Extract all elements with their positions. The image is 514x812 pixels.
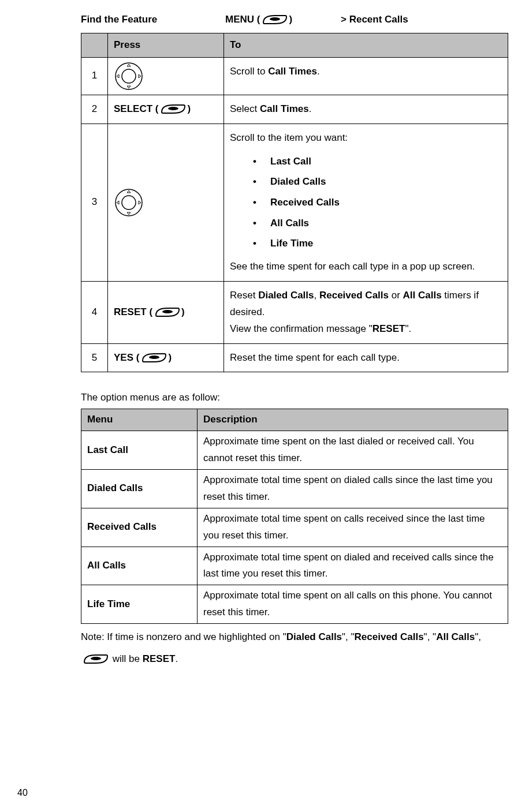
- list-item: All Calls: [253, 213, 502, 234]
- list-item: Received Calls: [253, 192, 502, 213]
- menu-desc: Approximate total time spent on calls re…: [198, 508, 508, 547]
- to-cell: Reset Dialed Calls, Received Calls or Al…: [224, 281, 508, 343]
- press-cell: YES (): [108, 343, 224, 372]
- to-cell: Scroll to the item you want: Last Call D…: [224, 124, 508, 281]
- softkey-icon: [158, 103, 187, 115]
- nav-circle-icon: [114, 61, 144, 91]
- menu-name: Dialed Calls: [81, 470, 198, 508]
- menu-name: Life Time: [81, 585, 198, 624]
- steps-table: Press To 1 Scroll to Call Times. 2 SELEC…: [81, 33, 508, 373]
- menus-table: Menu Description Last Call Approximate t…: [81, 409, 508, 624]
- menu-name: All Calls: [81, 547, 198, 585]
- nav-circle-icon: [114, 188, 144, 218]
- col-menu: Menu: [81, 409, 198, 431]
- recent-calls-label: > Recent Calls: [341, 12, 408, 28]
- softkey-icon: [260, 13, 289, 26]
- table-row: 5 YES () Reset the time spent for each c…: [81, 343, 508, 372]
- menu-path-label: MENU ( ): [225, 12, 341, 28]
- table-row: 3 Scroll to the item you want: Last Call…: [81, 124, 508, 281]
- table-row: 1 Scroll to Call Times.: [81, 57, 508, 95]
- press-cell: [108, 124, 224, 281]
- menu-desc: Approximate time spent on the last diale…: [198, 431, 508, 470]
- col-desc: Description: [198, 409, 508, 431]
- list-item: Life Time: [253, 233, 502, 254]
- table-row: All Calls Approximate total time spent o…: [81, 547, 508, 585]
- press-cell: RESET (): [108, 281, 224, 343]
- step-num: 3: [81, 124, 108, 281]
- find-feature-header: Find the Feature MENU ( ) > Recent Calls: [81, 12, 497, 28]
- table-row: 4 RESET () Reset Dialed Calls, Received …: [81, 281, 508, 343]
- list-item: Last Call: [253, 151, 502, 172]
- col-press: Press: [108, 33, 224, 57]
- note-text: Note: If time is nonzero and we highligh…: [81, 626, 497, 669]
- softkey-icon: [152, 306, 181, 319]
- step-num: 1: [81, 57, 108, 95]
- menu-desc: Approximate total time spent on dialed c…: [198, 470, 508, 508]
- menu-name: Last Call: [81, 431, 198, 470]
- step-num: 2: [81, 95, 108, 124]
- press-cell: [108, 57, 224, 95]
- to-cell: Select Call Times.: [224, 95, 508, 124]
- table-row: Life Time Approximate total time spent o…: [81, 585, 508, 624]
- find-feature-label: Find the Feature: [81, 12, 225, 28]
- table-header-row: Press To: [81, 33, 508, 57]
- menus-intro: The option menus are as follow:: [81, 390, 497, 406]
- step-num: 4: [81, 281, 108, 343]
- table-row: Dialed Calls Approximate total time spen…: [81, 470, 508, 508]
- col-to: To: [224, 33, 508, 57]
- menu-desc: Approximate total time spent on dialed a…: [198, 547, 508, 585]
- table-row: 2 SELECT () Select Call Times.: [81, 95, 508, 124]
- table-header-row: Menu Description: [81, 409, 508, 431]
- list-item: Dialed Calls: [253, 171, 502, 192]
- menu-desc: Approximate total time spent on all call…: [198, 585, 508, 624]
- to-cell: Reset the time spent for each call type.: [224, 343, 508, 372]
- softkey-icon: [81, 653, 110, 665]
- menu-name: Received Calls: [81, 508, 198, 547]
- step-num: 5: [81, 343, 108, 372]
- col-blank: [81, 33, 108, 57]
- table-row: Last Call Approximate time spent on the …: [81, 431, 508, 470]
- softkey-icon: [139, 351, 168, 364]
- press-cell: SELECT (): [108, 95, 224, 124]
- bullet-list: Last Call Dialed Calls Received Calls Al…: [230, 151, 502, 254]
- table-row: Received Calls Approximate total time sp…: [81, 508, 508, 547]
- to-cell: Scroll to Call Times.: [224, 57, 508, 95]
